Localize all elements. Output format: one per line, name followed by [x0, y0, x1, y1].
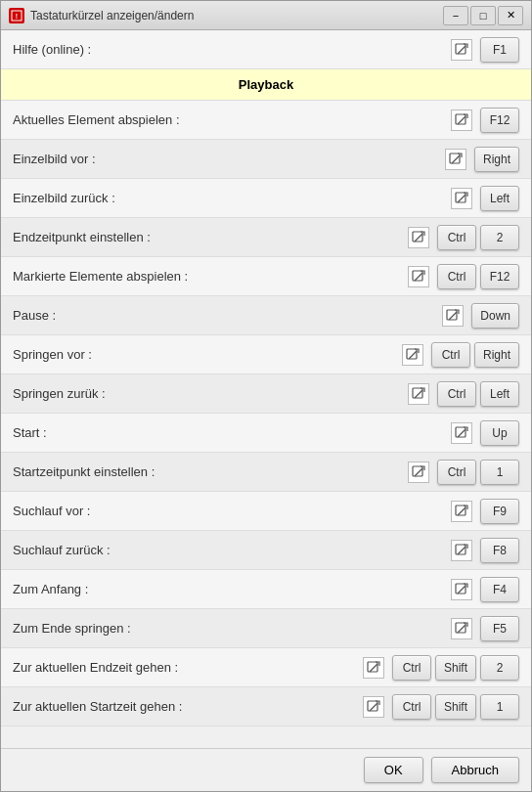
table-row: Hilfe (online) : F1 [1, 30, 531, 69]
key-group: Down [469, 303, 519, 329]
edit-icon[interactable] [408, 227, 429, 248]
key-button: 2 [480, 655, 519, 681]
window-controls: − □ ✕ [443, 6, 523, 25]
svg-rect-10 [413, 232, 422, 242]
edit-icon[interactable] [451, 501, 472, 522]
close-button[interactable]: ✕ [498, 6, 523, 25]
table-row: Markierte Elemente abspielen : CtrlF12 [1, 257, 531, 296]
section-header: Playback [1, 69, 531, 101]
svg-rect-32 [368, 662, 377, 672]
svg-rect-2 [456, 44, 466, 54]
svg-rect-16 [407, 349, 417, 359]
key-button: F12 [480, 264, 519, 289]
edit-icon[interactable] [408, 266, 429, 287]
key-button: Ctrl [437, 225, 476, 250]
app-icon: ! [9, 8, 24, 23]
edit-icon[interactable] [451, 579, 472, 600]
shortcut-label: Startzeitpunkt einstellen : [13, 464, 408, 479]
svg-line-33 [370, 664, 377, 672]
key-button: Ctrl [392, 694, 431, 720]
key-group: CtrlShift2 [390, 655, 519, 681]
table-row: Suchlauf vor : F9 [1, 492, 531, 531]
edit-icon[interactable] [445, 149, 466, 170]
key-button: F5 [480, 616, 519, 641]
edit-icon[interactable] [451, 39, 472, 61]
key-button: F4 [480, 577, 519, 602]
key-button: F1 [480, 37, 519, 63]
svg-rect-24 [456, 506, 466, 515]
edit-icon[interactable] [451, 540, 472, 561]
edit-icon[interactable] [451, 188, 472, 209]
shortcut-label: Suchlauf vor : [13, 504, 451, 518]
key-button: Shift [435, 694, 476, 720]
key-button: Ctrl [437, 381, 476, 407]
key-group: CtrlF12 [435, 264, 519, 289]
key-group: F4 [478, 577, 519, 602]
svg-line-31 [458, 625, 466, 633]
key-button: Down [471, 303, 519, 329]
edit-icon[interactable] [402, 344, 423, 366]
minimize-button[interactable]: − [443, 6, 468, 25]
edit-icon[interactable] [451, 422, 472, 444]
key-button: F8 [480, 538, 519, 563]
edit-icon[interactable] [451, 618, 472, 639]
svg-line-3 [458, 46, 466, 54]
table-row: Einzelbild vor : Right [1, 140, 531, 179]
titlebar: ! Tastaturkürzel anzeigen/ändern − □ ✕ [1, 1, 531, 30]
key-group: Right [472, 147, 519, 172]
footer: OK Abbruch [1, 748, 531, 791]
cancel-button[interactable]: Abbruch [431, 757, 519, 783]
edit-icon[interactable] [408, 462, 429, 483]
key-button: F12 [480, 108, 519, 133]
svg-rect-8 [456, 193, 466, 202]
table-row: Springen zurük : CtrlLeft [1, 374, 531, 414]
svg-rect-4 [456, 114, 466, 124]
svg-line-21 [458, 429, 466, 437]
svg-line-15 [449, 312, 457, 320]
table-row: Springen vor : CtrlRight [1, 335, 531, 374]
svg-line-5 [458, 116, 466, 124]
svg-line-13 [415, 273, 422, 281]
maximize-button[interactable]: □ [470, 6, 496, 25]
shortcut-label: Zur aktuellen Endzeit gehen : [13, 660, 363, 675]
svg-line-25 [458, 507, 466, 515]
svg-rect-12 [413, 271, 422, 281]
key-button: Left [480, 381, 519, 407]
edit-icon[interactable] [408, 383, 429, 405]
key-group: F8 [478, 538, 519, 563]
svg-rect-34 [368, 701, 377, 711]
edit-icon[interactable] [363, 657, 384, 679]
svg-text:!: ! [16, 13, 18, 20]
table-row: Suchlauf zurück : F8 [1, 531, 531, 570]
edit-icon[interactable] [451, 110, 472, 131]
key-group: CtrlRight [429, 342, 519, 368]
table-row: Aktuelles Element abspielen : F12 [1, 101, 531, 140]
ok-button[interactable]: OK [364, 757, 423, 783]
table-row: Einzelbild zurück : Left [1, 179, 531, 218]
svg-line-35 [370, 703, 377, 711]
scroll-area[interactable]: Hilfe (online) : F1PlaybackAktuelles Ele… [1, 30, 531, 748]
edit-icon[interactable] [442, 305, 464, 327]
table-row: Zur aktuellen Endzeit gehen : CtrlShift2 [1, 648, 531, 687]
key-group: Up [478, 420, 519, 446]
key-button: Shift [435, 655, 476, 681]
svg-rect-18 [413, 388, 422, 398]
shortcut-label: Zum Ende springen : [13, 621, 451, 636]
key-group: F12 [478, 108, 519, 133]
edit-icon[interactable] [363, 696, 384, 718]
table-row: Zur aktuellen Startzeit gehen : CtrlShif… [1, 687, 531, 726]
shortcut-label: Endzeitpunkt einstellen : [13, 230, 408, 244]
key-group: F1 [478, 37, 519, 63]
svg-line-27 [458, 547, 466, 554]
content-area: Hilfe (online) : F1PlaybackAktuelles Ele… [1, 30, 531, 791]
shortcut-label: Aktuelles Element abspielen : [13, 112, 451, 127]
svg-line-9 [458, 195, 466, 202]
table-row: Endzeitpunkt einstellen : Ctrl2 [1, 218, 531, 257]
window-title: Tastaturkürzel anzeigen/ändern [30, 9, 443, 22]
shortcut-label: Start : [13, 425, 451, 440]
key-button: Left [480, 186, 519, 211]
svg-line-23 [415, 468, 422, 476]
shortcut-label: Hilfe (online) : [13, 42, 451, 57]
svg-rect-20 [456, 427, 466, 437]
shortcut-label: Markierte Elemente abspielen : [13, 269, 408, 284]
